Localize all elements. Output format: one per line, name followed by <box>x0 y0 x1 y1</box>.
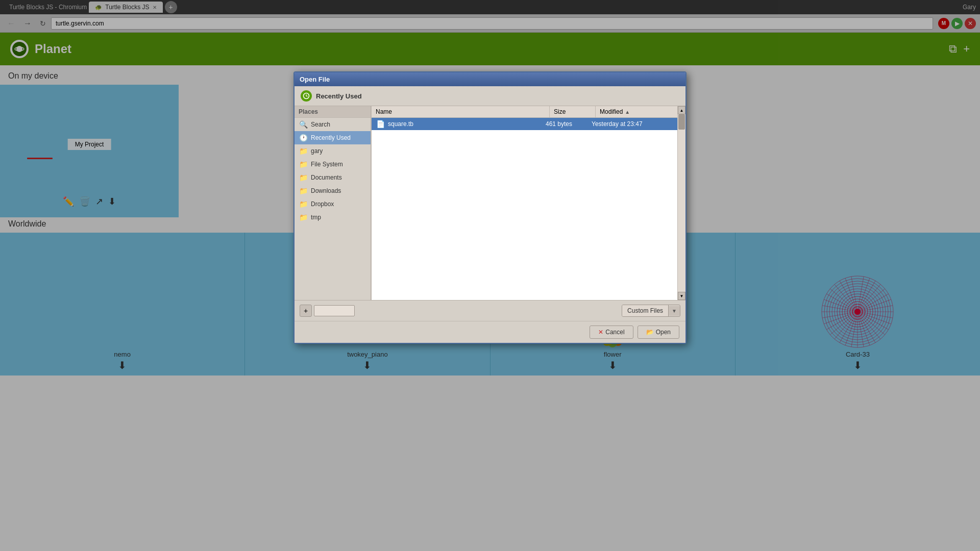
gary-folder-icon: 📁 <box>299 147 308 155</box>
dialog-body: Places 🔍 Search 🕐 Recently Used 📁 gary 📁… <box>295 106 685 300</box>
dialog-titlebar: Open File <box>295 72 685 86</box>
name-column-header[interactable]: Name <box>372 106 550 117</box>
custom-files-label: Custom Files <box>622 305 669 316</box>
cancel-label: Cancel <box>605 329 624 336</box>
dialog-action-buttons: ✕ Cancel 📂 Open <box>295 321 685 343</box>
filesystem-icon: 📁 <box>299 160 308 168</box>
custom-files-dropdown-arrow[interactable]: ▼ <box>669 306 680 316</box>
places-item-recently-used[interactable]: 🕐 Recently Used <box>295 131 371 144</box>
places-item-filesystem[interactable]: 📁 File System <box>295 158 371 171</box>
places-item-search[interactable]: 🔍 Search <box>295 118 371 131</box>
search-place-icon: 🔍 <box>299 120 308 129</box>
scrollbar-down-arrow[interactable]: ▼ <box>678 292 685 300</box>
recently-used-place-icon: 🕐 <box>299 134 308 142</box>
file-icon: 📄 <box>376 120 385 128</box>
places-item-recently-used-label: Recently Used <box>311 134 351 141</box>
open-button[interactable]: 📂 Open <box>638 325 679 339</box>
places-item-dropbox[interactable]: 📁 Dropbox <box>295 197 371 211</box>
places-item-downloads[interactable]: 📁 Downloads <box>295 184 371 197</box>
dropbox-icon: 📁 <box>299 200 308 208</box>
places-item-documents-label: Documents <box>311 174 342 181</box>
size-col-label: Size <box>554 108 566 115</box>
files-header: Name Size Modified ▲ <box>372 106 677 118</box>
places-item-gary[interactable]: 📁 gary <box>295 144 371 158</box>
name-col-label: Name <box>376 108 392 115</box>
scrollbar-panel: ▲ ▼ <box>677 106 685 300</box>
files-list: 📄 square.tb 461 bytes Yesterday at 23:47 <box>372 118 677 300</box>
recently-used-icon-svg <box>303 92 310 99</box>
add-place-button[interactable]: + <box>300 305 312 317</box>
places-item-dropbox-label: Dropbox <box>311 201 334 208</box>
dialog-overlay: Open File Recently Used Places 🔍 Search <box>0 0 980 551</box>
tmp-icon: 📁 <box>299 213 308 221</box>
dialog-location-bar: Recently Used <box>295 86 685 106</box>
places-item-gary-label: gary <box>311 147 323 155</box>
custom-files-button[interactable]: Custom Files ▼ <box>622 305 680 317</box>
downloads-icon: 📁 <box>299 187 308 195</box>
modified-col-label: Modified <box>600 108 623 115</box>
places-item-tmp-label: tmp <box>311 214 321 221</box>
location-icon <box>301 90 312 102</box>
file-modified: Yesterday at 23:47 <box>592 120 673 128</box>
scrollbar-thumb[interactable] <box>678 114 685 130</box>
scrollbar-up-arrow[interactable]: ▲ <box>678 106 685 114</box>
size-column-header[interactable]: Size <box>550 106 596 117</box>
places-item-downloads-label: Downloads <box>311 187 341 194</box>
places-item-search-label: Search <box>311 121 330 128</box>
open-file-dialog: Open File Recently Used Places 🔍 Search <box>293 71 687 344</box>
places-item-documents[interactable]: 📁 Documents <box>295 171 371 184</box>
files-panel: Name Size Modified ▲ 📄 square.tb 461 byt… <box>371 106 677 300</box>
documents-icon: 📁 <box>299 173 308 182</box>
cancel-button[interactable]: ✕ Cancel <box>590 325 633 339</box>
location-label: Recently Used <box>316 92 362 100</box>
dialog-footer: + Custom Files ▼ <box>295 300 685 321</box>
modified-column-header[interactable]: Modified ▲ <box>596 106 677 117</box>
file-name: square.tb <box>388 120 546 128</box>
open-icon: 📂 <box>646 329 654 336</box>
places-header: Places <box>295 106 371 118</box>
file-size: 461 bytes <box>546 120 592 128</box>
places-item-filesystem-label: File System <box>311 161 343 168</box>
footer-left: + <box>300 305 355 317</box>
new-place-input[interactable] <box>314 305 355 316</box>
dialog-title: Open File <box>300 76 330 83</box>
sort-arrow: ▲ <box>625 109 630 115</box>
open-label: Open <box>656 329 671 336</box>
cancel-icon: ✕ <box>598 329 603 336</box>
places-panel: Places 🔍 Search 🕐 Recently Used 📁 gary 📁… <box>295 106 371 300</box>
places-item-tmp[interactable]: 📁 tmp <box>295 211 371 224</box>
scrollbar-track[interactable] <box>678 114 685 292</box>
file-item-square-tb[interactable]: 📄 square.tb 461 bytes Yesterday at 23:47 <box>372 118 677 130</box>
